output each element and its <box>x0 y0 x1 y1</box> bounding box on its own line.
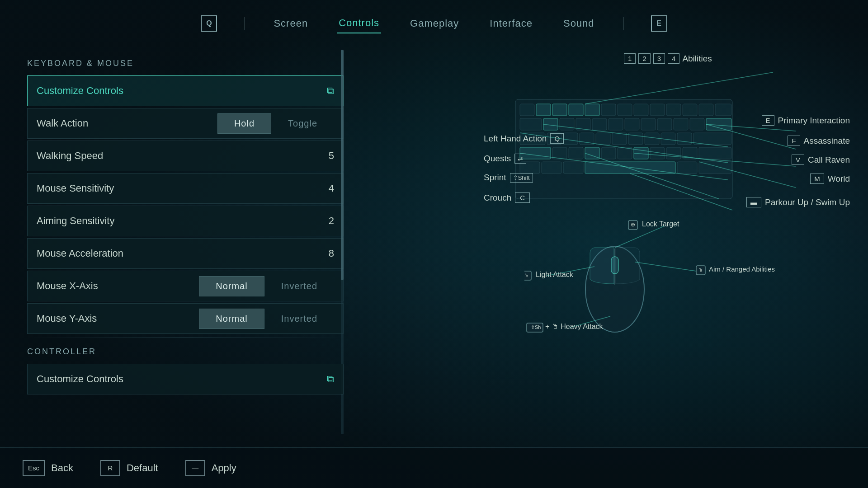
svg-rect-24 <box>690 118 704 130</box>
svg-rect-20 <box>625 118 639 130</box>
svg-rect-38 <box>552 147 567 159</box>
label-call-raven: V Call Raven <box>792 155 850 165</box>
svg-rect-42 <box>618 147 632 159</box>
svg-rect-21 <box>641 118 656 130</box>
svg-line-67 <box>615 226 665 248</box>
mouse-acceleration-value: 8 <box>329 248 334 259</box>
svg-rect-25 <box>706 118 731 130</box>
mouse-x-normal-btn[interactable]: Normal <box>199 276 264 296</box>
svg-rect-29 <box>580 133 594 145</box>
svg-rect-13 <box>715 104 731 116</box>
svg-rect-34 <box>661 133 675 145</box>
svg-line-61 <box>634 153 796 166</box>
primary-interaction-key: E <box>762 115 774 126</box>
customize-controls-kb-icon: ⧉ <box>327 85 334 97</box>
aiming-sensitivity-row[interactable]: Aiming Sensitivity 2 <box>27 206 344 236</box>
svg-rect-53 <box>699 162 731 174</box>
default-key: R <box>100 460 120 476</box>
svg-rect-28 <box>563 133 578 145</box>
mouse-x-axis-row: Mouse X-Axis Normal Inverted <box>27 271 344 301</box>
svg-line-62 <box>699 162 796 188</box>
svg-rect-49 <box>542 162 561 174</box>
left-hand-action-text: Left Hand Action <box>484 134 547 144</box>
mouse-acceleration-label: Mouse Acceleration <box>37 248 329 259</box>
svg-rect-47 <box>699 147 731 159</box>
svg-rect-32 <box>628 133 643 145</box>
mouse-y-axis-row: Mouse Y-Axis Normal Inverted <box>27 303 344 334</box>
default-action[interactable]: R Default <box>100 460 158 476</box>
nav-item-sound[interactable]: Sound <box>561 14 596 33</box>
customize-controls-ctrl-row[interactable]: Customize Controls ⧉ <box>27 364 344 394</box>
world-text: World <box>828 174 850 184</box>
svg-text:🖱: 🖱 <box>698 267 703 272</box>
svg-text:⊕: ⊕ <box>631 221 635 228</box>
svg-rect-7 <box>618 104 632 116</box>
label-crouch: Crouch C <box>484 192 530 203</box>
label-abilities: 1 2 3 4 Abilities <box>624 53 712 64</box>
bottom-bar: Esc Back R Default — Apply <box>0 447 868 488</box>
call-raven-key: V <box>792 155 804 165</box>
svg-text:Lock Target: Lock Target <box>642 220 679 228</box>
label-left-hand-action: Left Hand Action Q <box>484 133 564 144</box>
controller-settings-list: Customize Controls ⧉ <box>27 364 344 394</box>
svg-rect-5 <box>585 104 599 116</box>
svg-rect-39 <box>569 147 583 159</box>
svg-line-55 <box>543 124 728 147</box>
svg-rect-12 <box>699 104 713 116</box>
settings-list: Customize Controls ⧉ Walk Action Hold To… <box>27 75 344 334</box>
left-hand-action-key: Q <box>550 133 564 144</box>
nav-item-screen[interactable]: Screen <box>272 14 310 33</box>
mouse-x-inverted-btn[interactable]: Inverted <box>264 276 334 296</box>
mouse-x-axis-toggle: Normal Inverted <box>199 276 334 296</box>
apply-label: Apply <box>212 462 236 474</box>
walk-action-hold-btn[interactable]: Hold <box>217 113 271 134</box>
svg-rect-52 <box>677 162 697 174</box>
keyboard-section-label: KEYBOARD & MOUSE <box>27 59 344 68</box>
svg-rect-10 <box>666 104 681 116</box>
mouse-y-axis-label: Mouse Y-Axis <box>37 313 199 324</box>
nav-item-controls[interactable]: Controls <box>337 14 381 33</box>
svg-rect-19 <box>609 118 623 130</box>
mouse-acceleration-row[interactable]: Mouse Acceleration 8 <box>27 238 344 269</box>
svg-text:⇧Sh: ⇧Sh <box>531 324 541 330</box>
nav-item-interface[interactable]: Interface <box>488 14 534 33</box>
mouse-x-axis-label: Mouse X-Axis <box>37 280 199 292</box>
primary-interaction-text: Primary Interaction <box>778 116 850 126</box>
svg-rect-50 <box>563 162 583 174</box>
world-key: M <box>810 174 824 184</box>
walk-action-toggle: Hold Toggle <box>217 113 334 134</box>
svg-rect-44 <box>650 147 665 159</box>
mouse-y-inverted-btn[interactable]: Inverted <box>264 309 334 329</box>
customize-controls-ctrl-icon: ⧉ <box>327 373 334 385</box>
nav-key-e: E <box>651 15 667 32</box>
quests-key: ⇄ <box>514 154 526 164</box>
svg-rect-15 <box>543 118 558 130</box>
svg-text:🖱: 🖱 <box>524 273 529 278</box>
mouse-diagram-container: ⊕ Lock Target 🖱 Light Attack 🖱 Aim / Ran… <box>524 217 796 334</box>
label-sprint: Sprint ⇧Shift <box>484 173 533 183</box>
walk-action-toggle-btn[interactable]: Toggle <box>271 113 334 134</box>
back-action[interactable]: Esc Back <box>23 460 73 476</box>
nav-item-gameplay[interactable]: Gameplay <box>408 14 461 33</box>
customize-controls-kb-label: Customize Controls <box>37 85 321 97</box>
svg-line-58 <box>585 153 719 199</box>
svg-rect-16 <box>560 118 574 130</box>
section-divider <box>27 338 344 338</box>
svg-rect-40 <box>585 147 599 159</box>
walk-action-row: Walk Action Hold Toggle <box>27 108 344 139</box>
abilities-key-3: 3 <box>653 53 665 64</box>
svg-rect-31 <box>612 133 627 145</box>
apply-action[interactable]: — Apply <box>185 460 236 476</box>
svg-rect-22 <box>657 118 672 130</box>
mouse-y-normal-btn[interactable]: Normal <box>199 309 264 329</box>
settings-panel: KEYBOARD & MOUSE Customize Controls ⧉ Wa… <box>27 50 344 434</box>
customize-controls-kb-row[interactable]: Customize Controls ⧉ <box>27 75 344 106</box>
nav-divider-left <box>244 17 245 30</box>
nav-key-q: Q <box>201 15 217 32</box>
mouse-sensitivity-row[interactable]: Mouse Sensitivity 4 <box>27 173 344 204</box>
sprint-key: ⇧Shift <box>510 173 533 183</box>
walking-speed-label: Walking Speed <box>37 150 329 162</box>
svg-rect-46 <box>683 147 697 159</box>
svg-rect-17 <box>576 118 590 130</box>
walking-speed-row[interactable]: Walking Speed 5 <box>27 141 344 171</box>
